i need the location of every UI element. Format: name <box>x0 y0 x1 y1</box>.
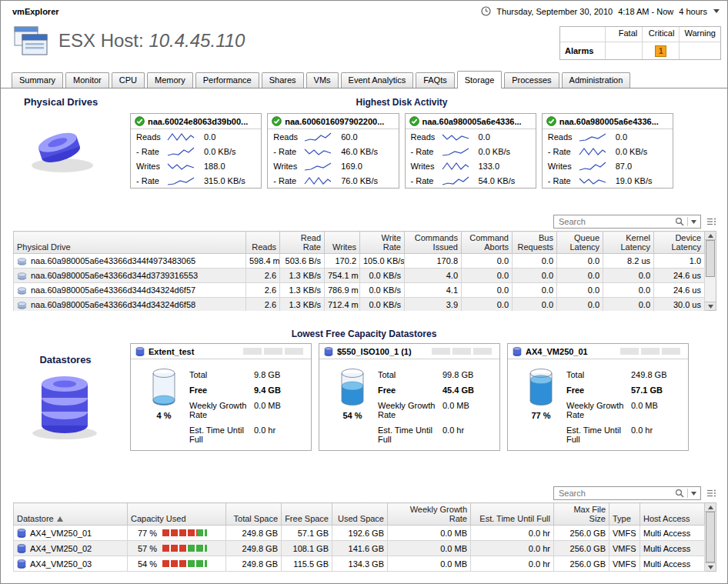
tab-shares[interactable]: Shares <box>262 72 304 88</box>
search-icon[interactable] <box>675 217 684 226</box>
drive-name[interactable]: naa.60a980005a6e4336... <box>559 117 659 126</box>
column-header-3[interactable]: Writes <box>325 232 360 254</box>
column-header-0[interactable]: Physical Drive <box>14 232 246 254</box>
tab-processes[interactable]: Processes <box>504 72 559 88</box>
app-title: vmExplorer <box>12 7 59 16</box>
tab-administration[interactable]: Administration <box>562 72 631 88</box>
drive-table-row[interactable]: naa.60a980005a6e43366d344f4973483065598.… <box>14 254 705 269</box>
datastore-table-row[interactable]: AX4_VM250_0177 %249.8 GB57.1 GB192.6 GB0… <box>14 526 705 541</box>
metric-value: 133.0 <box>479 162 500 171</box>
table-settings-icon[interactable] <box>706 489 716 498</box>
datastore-icon <box>135 346 145 356</box>
column-header-2[interactable]: Read Rate <box>280 232 325 254</box>
tab-cpu[interactable]: CPU <box>112 72 145 88</box>
tab-storage[interactable]: Storage <box>457 71 503 88</box>
datastore-table-toolbar <box>13 486 716 500</box>
column-header-4[interactable]: Write Rate <box>360 232 405 254</box>
datastore-cell: 256.0 GB <box>554 556 609 572</box>
datastore-table-row[interactable]: AX4_VM250_0257 %249.8 GB108.1 GB141.6 GB… <box>14 541 705 556</box>
table-settings-icon[interactable] <box>706 217 716 226</box>
column-header-8[interactable]: Type <box>609 503 640 526</box>
drive-name[interactable]: naa.60a980005a6e4336... <box>422 117 522 126</box>
scroll-up-button[interactable] <box>705 232 716 240</box>
scroll-thumb[interactable] <box>706 512 715 562</box>
drive-activity-card: naa.60024e8063d39b00...Reads0.0- Rate0.0… <box>130 113 262 189</box>
datastore-name[interactable]: AX4_VM250_01 <box>526 347 588 356</box>
datastore-cell: 249.8 GB <box>226 526 282 541</box>
column-header-8[interactable]: Queue Latency <box>557 232 603 254</box>
column-header-7[interactable]: Max File Size <box>554 503 609 526</box>
vmexplorer-page: vmExplorer Thursday, September 30, 2010 … <box>0 0 728 584</box>
metric-value: 9.8 GB <box>254 370 305 379</box>
column-header-6[interactable]: Est. Time Until Full <box>471 503 554 526</box>
column-header-10[interactable]: Device Latency <box>654 232 705 254</box>
column-header-9[interactable]: Kernel Latency <box>603 232 654 254</box>
metric-value: 0.0 MB <box>254 401 305 419</box>
column-header-6[interactable]: Command Aborts <box>462 232 513 254</box>
alarm-count-badge[interactable]: 1 <box>655 45 666 57</box>
alarm-count-fatal[interactable] <box>605 42 642 59</box>
scroll-down-button[interactable] <box>705 302 716 310</box>
drive-cell: 0.0 KB/s <box>360 283 405 298</box>
chevron-down-icon[interactable] <box>713 9 720 13</box>
datastore-name[interactable]: Extent_test <box>149 347 194 356</box>
tab-event-analytics[interactable]: Event Analytics <box>341 72 414 88</box>
time-range-selector[interactable]: Thursday, September 30, 2010 4:18 AM - N… <box>481 6 720 16</box>
drive-cell: 2.6 <box>246 298 280 312</box>
datastore-name[interactable]: $550_ISO100_1 (1) <box>337 347 412 356</box>
search-box[interactable] <box>553 486 701 500</box>
tab-memory[interactable]: Memory <box>147 72 193 88</box>
drive-cell: 170.2 <box>325 254 360 269</box>
column-header-2[interactable]: Total Space <box>226 503 282 526</box>
alarm-count-critical[interactable]: 1 <box>642 42 679 59</box>
drive-table-row[interactable]: naa.60a980005a6e43366d344d37393165532.61… <box>14 269 705 283</box>
metric-label: Reads <box>548 132 579 142</box>
column-header-7[interactable]: Bus Requests <box>513 232 557 254</box>
column-header-1[interactable]: Capacity Used <box>128 503 226 526</box>
search-options-caret-icon[interactable] <box>691 220 696 224</box>
drive-table-row[interactable]: naa.60a980005a6e43366d344d34324d6f582.61… <box>14 298 705 312</box>
scroll-up-button[interactable] <box>705 503 716 512</box>
vertical-scrollbar[interactable] <box>705 231 716 311</box>
column-header-4[interactable]: Used Space <box>332 503 388 526</box>
tab-summary[interactable]: Summary <box>12 72 63 88</box>
drive-metric-row: - Rate0.0 KB/s <box>406 144 536 159</box>
sparkline-chart <box>442 175 469 186</box>
column-header-5[interactable]: Weekly Growth Rate <box>388 503 471 526</box>
tab-vms[interactable]: VMs <box>306 72 339 88</box>
tab-monitor[interactable]: Monitor <box>65 72 109 88</box>
column-header-9[interactable]: Host Access <box>640 503 705 526</box>
drive-metric-row: Reads0.0 <box>406 129 536 144</box>
status-ok-icon <box>272 116 282 126</box>
scroll-thumb[interactable] <box>706 240 715 277</box>
tab-performance[interactable]: Performance <box>195 72 259 88</box>
drive-name[interactable]: naa.6006016097902200... <box>285 117 384 126</box>
tab-faqts[interactable]: FAQts <box>416 72 455 88</box>
column-header-5[interactable]: Commands Issued <box>405 232 462 254</box>
sparkline-chart <box>579 132 606 142</box>
datastore-icon <box>324 346 333 356</box>
alarm-count-warning[interactable] <box>679 42 720 59</box>
search-box[interactable] <box>553 215 701 229</box>
datastore-table-row[interactable]: AX4_VM250_0354 %249.8 GB115.5 GB134.3 GB… <box>14 556 705 572</box>
drive-cell: 8.2 us <box>603 254 654 269</box>
datastore-cards: Extent_test4 %Total9.8 GBFree9.4 GBWeekl… <box>130 343 727 451</box>
column-header-0[interactable]: Datastore <box>14 503 128 526</box>
search-input[interactable] <box>559 217 675 226</box>
search-icon[interactable] <box>675 489 684 498</box>
search-options-caret-icon[interactable] <box>691 492 696 496</box>
drive-table-row[interactable]: naa.60a980005a6e43366d344d34324d6f572.61… <box>14 283 705 298</box>
sparkline-chart <box>579 161 606 172</box>
highest-disk-activity-title: Highest Disk Activity <box>356 97 448 108</box>
sparkline-chart <box>167 175 195 186</box>
column-header-1[interactable]: Reads <box>246 232 280 254</box>
column-header-3[interactable]: Free Space <box>282 503 332 526</box>
vertical-scrollbar[interactable] <box>705 502 716 572</box>
search-input[interactable] <box>559 489 675 498</box>
scroll-down-button[interactable] <box>705 562 716 571</box>
capacity-percent: 4 % <box>139 411 189 420</box>
metric-value: 9.4 GB <box>254 385 305 395</box>
drive-name[interactable]: naa.60024e8063d39b00... <box>148 117 248 126</box>
drive-id: naa.60a980005a6e43366d344d34324d6f58 <box>31 300 195 309</box>
datastores-title: Datastores <box>39 354 91 365</box>
